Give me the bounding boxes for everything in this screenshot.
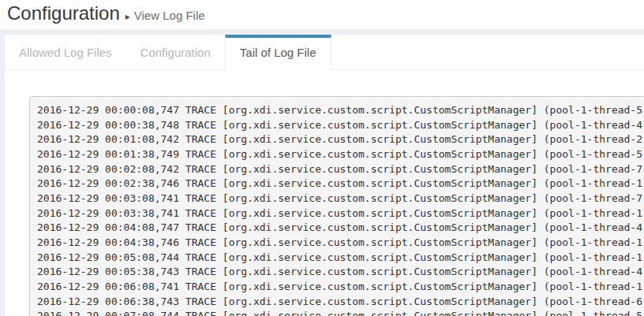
log-line: 2016-12-29 00:00:08,747 TRACE [org.xdi.s… <box>37 103 644 118</box>
log-line: 2016-12-29 00:01:38,749 TRACE [org.xdi.s… <box>37 147 644 162</box>
log-line: 2016-12-29 00:06:08,741 TRACE [org.xdi.s… <box>37 280 644 295</box>
page-header: Configuration ▸ View Log File <box>0 0 644 29</box>
app-root: Configuration ▸ View Log File Allowed Lo… <box>0 0 644 316</box>
log-line: 2016-12-29 00:00:38,748 TRACE [org.xdi.s… <box>37 118 644 133</box>
log-output[interactable]: 2016-12-29 00:00:08,747 TRACE [org.xdi.s… <box>29 96 644 316</box>
log-line: 2016-12-29 00:02:38,746 TRACE [org.xdi.s… <box>37 177 644 191</box>
tab-box: Allowed Log FilesConfigurationTail of Lo… <box>5 35 644 316</box>
log-line: 2016-12-29 00:01:08,742 TRACE [org.xdi.s… <box>37 132 644 147</box>
log-line: 2016-12-29 00:02:08,742 TRACE [org.xdi.s… <box>37 162 644 177</box>
log-line: 2016-12-29 00:05:08,744 TRACE [org.xdi.s… <box>37 251 644 266</box>
log-line: 2016-12-29 00:06:38,743 TRACE [org.xdi.s… <box>37 295 644 310</box>
tab-content: 2016-12-29 00:00:08,747 TRACE [org.xdi.s… <box>5 70 644 316</box>
tab-configuration[interactable]: Configuration <box>126 35 225 69</box>
caret-right-icon: ▸ <box>125 11 130 22</box>
content-area: Allowed Log FilesConfigurationTail of Lo… <box>0 29 644 316</box>
tab-bar: Allowed Log FilesConfigurationTail of Lo… <box>5 35 644 70</box>
log-line: 2016-12-29 00:03:38,741 TRACE [org.xdi.s… <box>37 206 644 221</box>
tab-tail-of-log-file[interactable]: Tail of Log File <box>225 35 331 70</box>
log-line: 2016-12-29 00:03:08,741 TRACE [org.xdi.s… <box>37 191 644 206</box>
page-title: Configuration <box>7 0 120 27</box>
breadcrumb-current: View Log File <box>134 9 205 22</box>
log-line: 2016-12-29 00:04:08,747 TRACE [org.xdi.s… <box>37 221 644 236</box>
log-line: 2016-12-29 00:04:38,746 TRACE [org.xdi.s… <box>37 236 644 251</box>
tab-allowed-log-files[interactable]: Allowed Log Files <box>5 35 126 69</box>
log-line: 2016-12-29 00:05:38,743 TRACE [org.xdi.s… <box>37 265 644 280</box>
log-line: 2016-12-29 00:07:08,744 TRACE [org.xdi.s… <box>37 309 644 316</box>
